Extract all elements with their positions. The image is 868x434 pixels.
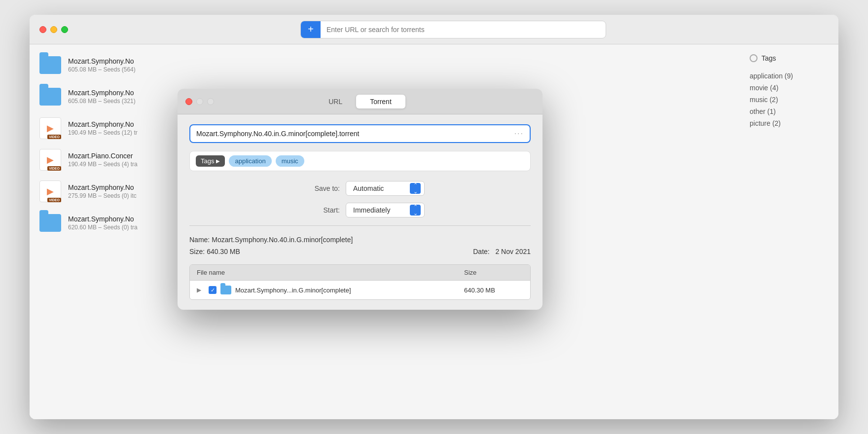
size-label: Size: (189, 248, 205, 255)
search-input[interactable] (321, 26, 606, 34)
url-input-wrap: ··· (189, 124, 531, 143)
tags-header: Tags (750, 54, 829, 62)
modal-titlebar: URL Torrent (178, 89, 542, 114)
folder-icon (39, 54, 61, 76)
search-bar: + (300, 21, 606, 38)
video-icon: ▶ VIDEO (39, 181, 61, 202)
name-row: Name: Mozart.Symphony.No.40.in.G.minor[c… (189, 236, 531, 244)
torrent-info-section: Name: Mozart.Symphony.No.40.in.G.minor[c… (189, 234, 531, 264)
tag-chip-application[interactable]: application (229, 155, 271, 167)
add-torrent-modal: URL Torrent ··· Tags ▶ application (178, 89, 542, 310)
start-select[interactable]: Immediately (346, 203, 425, 217)
modal-minimize-button (196, 98, 203, 105)
traffic-lights (39, 26, 68, 33)
file-size: 640.30 MB (464, 287, 523, 294)
file-table-header: File name Size (190, 265, 530, 281)
video-icon: ▶ VIDEO (39, 149, 61, 171)
app-body: Mozart.Symphony.No 605.08 MB – Seeds (56… (30, 44, 838, 419)
tag-item-picture[interactable]: picture (2) (750, 117, 829, 129)
name-value: Mozart.Symphony.No.40.in.G.minor[complet… (212, 236, 353, 244)
save-to-select[interactable]: Automatic (346, 181, 425, 196)
video-icon: ▶ VIDEO (39, 117, 61, 139)
torrent-name: Mozart.Symphony.No (68, 57, 227, 65)
modal-traffic-lights (185, 98, 214, 105)
tab-url[interactable]: URL (315, 95, 356, 108)
name-label: Name: (189, 236, 210, 244)
save-to-select-wrap: Automatic ⌃⌄ (346, 181, 425, 196)
date-info: Date: 2 Nov 2021 (473, 248, 531, 255)
maximize-button[interactable] (61, 26, 68, 33)
divider (189, 225, 531, 226)
tags-title: Tags (761, 54, 776, 62)
chevron-right-icon: ▶ (216, 158, 220, 164)
folder-icon (39, 212, 61, 234)
col-header-name: File name (197, 269, 464, 276)
tab-torrent[interactable]: Torrent (356, 95, 405, 108)
folder-icon (39, 86, 61, 108)
url-input[interactable] (196, 130, 510, 138)
list-item[interactable]: Mozart.Symphony.No 605.08 MB – Seeds (56… (30, 49, 237, 81)
col-header-size: Size (464, 269, 523, 276)
save-to-label: Save to: (295, 184, 340, 192)
tag-item-music[interactable]: music (2) (750, 94, 829, 106)
tag-item-movie[interactable]: movie (4) (750, 82, 829, 94)
torrent-meta: 605.08 MB – Seeds (564) (68, 66, 227, 73)
tags-row: Tags ▶ application music (189, 151, 531, 171)
size-date-row: Size: 640.30 MB Date: 2 Nov 2021 (189, 248, 531, 255)
modal-close-button[interactable] (185, 98, 192, 105)
url-menu-button[interactable]: ··· (514, 129, 524, 138)
right-sidebar: Tags application (9) movie (4) music (2)… (740, 44, 838, 419)
date-value: 2 Nov 2021 (495, 248, 531, 255)
app-window: + Mozart.Symphony.No 605.08 MB – Seeds (… (30, 15, 838, 419)
start-row: Start: Immediately ⌃⌄ (189, 203, 531, 217)
close-button[interactable] (39, 26, 46, 33)
title-bar: + (30, 15, 838, 44)
table-row[interactable]: ▶ ✓ Mozart.Symphony...in.G.minor[complet… (190, 281, 530, 299)
expand-icon[interactable]: ▶ (197, 287, 205, 293)
tag-item-application[interactable]: application (9) (750, 70, 829, 82)
tags-dropdown-button[interactable]: Tags ▶ (196, 155, 225, 167)
modal-tab-group: URL Torrent (315, 95, 405, 108)
add-torrent-button[interactable]: + (301, 21, 321, 38)
tag-item-other[interactable]: other (1) (750, 106, 829, 117)
file-checkbox[interactable]: ✓ (209, 286, 217, 294)
start-label: Start: (295, 206, 340, 214)
modal-maximize-button (207, 98, 214, 105)
modal-body: ··· Tags ▶ application music Save to: (178, 114, 542, 310)
date-label: Date: (473, 248, 489, 255)
tag-chip-music[interactable]: music (276, 155, 304, 167)
minimize-button[interactable] (50, 26, 57, 33)
tags-radio[interactable] (750, 54, 758, 62)
file-folder-icon (220, 286, 231, 294)
start-select-wrap: Immediately ⌃⌄ (346, 203, 425, 217)
search-bar-container: + (78, 21, 829, 38)
size-value: 640.30 MB (207, 248, 240, 255)
file-name: Mozart.Symphony...in.G.minor[complete] (235, 287, 351, 294)
save-to-row: Save to: Automatic ⌃⌄ (189, 181, 531, 196)
file-table: File name Size ▶ ✓ Mozart.Symphony...in.… (189, 264, 531, 300)
